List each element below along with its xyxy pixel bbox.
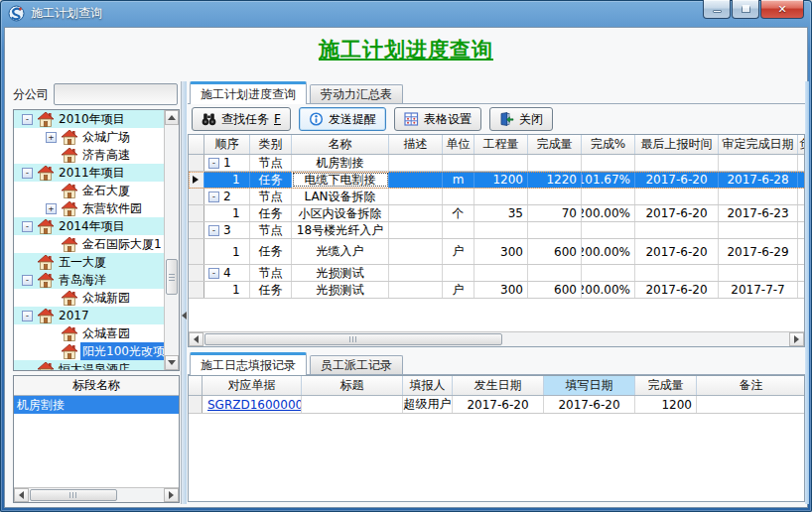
collapse-node-icon[interactable]: - (208, 158, 219, 169)
column-header[interactable]: 对应单据 (203, 376, 302, 395)
scroll-right-icon[interactable] (789, 332, 804, 346)
table-row[interactable]: 1任务光损测试户300600200.00%2017-6-202017-7-7 (189, 282, 804, 299)
tree-item[interactable]: 众城喜园 (14, 324, 164, 342)
tab-progress-query[interactable]: 施工计划进度查询 (190, 81, 307, 104)
column-header[interactable]: 标题 (302, 376, 403, 395)
scroll-left-icon[interactable] (189, 332, 203, 346)
tree-item[interactable]: +众城广场 (14, 128, 164, 146)
cell-name: 18号楼光纤入户 (292, 222, 389, 238)
scrollbar-thumb[interactable] (166, 259, 178, 295)
scrollbar-thumb[interactable] (30, 489, 117, 501)
row-selector[interactable] (189, 189, 204, 204)
collapse-node-icon[interactable]: - (208, 268, 219, 279)
column-header[interactable]: 单位 (443, 135, 474, 154)
column-header[interactable]: 完成% (582, 135, 635, 154)
row-selector[interactable] (189, 172, 204, 188)
collapse-node-icon[interactable]: - (22, 114, 33, 125)
scroll-left-icon[interactable] (14, 488, 29, 502)
collapse-splitter-icon[interactable] (178, 312, 187, 320)
row-selector[interactable] (189, 239, 204, 264)
tree-item[interactable]: -2014年项目 (14, 217, 164, 235)
expand-node-icon[interactable]: + (46, 132, 57, 143)
table-row[interactable]: -4节点光损测试 (189, 265, 804, 282)
column-header[interactable]: 最后上报时间 (635, 135, 719, 154)
collapse-node-icon[interactable]: - (208, 192, 219, 202)
tree-item[interactable]: 济青高速 (14, 146, 164, 164)
table-row[interactable]: SGRZD160000003超级用户2017-6-202017-6-201200 (189, 396, 804, 414)
collapse-node-icon[interactable]: - (22, 221, 33, 232)
column-header[interactable]: 顺序 (204, 135, 250, 154)
cell-last_report (635, 222, 719, 238)
row-selector[interactable] (189, 205, 204, 221)
titlebar[interactable]: 施工计划查询 ✕ (0, 0, 812, 27)
column-header[interactable]: 备注 (697, 376, 805, 395)
section-item[interactable]: 机房割接 (14, 396, 179, 414)
tree-item[interactable]: -2017 (14, 307, 164, 324)
cell-resp (798, 205, 804, 221)
column-header[interactable]: 类别 (250, 135, 292, 154)
tree-item[interactable]: -2010年项目 (14, 110, 164, 128)
tree-item[interactable]: 五一大厦 (14, 253, 164, 271)
close-panel-button[interactable]: 关闭 (489, 107, 553, 131)
minimize-button[interactable] (703, 0, 731, 19)
expand-node-icon[interactable]: + (46, 203, 57, 214)
row-selector[interactable] (189, 396, 203, 413)
grid-scrollbar[interactable] (189, 331, 804, 346)
tree-item[interactable]: 恒大温泉酒店 (14, 360, 164, 370)
panel-splitter[interactable] (181, 81, 187, 504)
scroll-down-icon[interactable] (165, 355, 179, 370)
row-selector[interactable] (189, 155, 204, 171)
tab-construction-log[interactable]: 施工日志填报记录 (190, 352, 307, 375)
company-select[interactable] (54, 83, 178, 105)
cell-approved_date: 2017-6-23 (719, 205, 798, 221)
tab-staff-dispatch[interactable]: 员工派工记录 (310, 355, 403, 374)
find-task-button[interactable]: 查找任务F (192, 107, 291, 131)
section-scrollbar[interactable] (14, 487, 179, 502)
scroll-right-icon[interactable] (164, 488, 179, 502)
tree-item[interactable]: 金石国际大厦1 (14, 235, 164, 253)
send-reminder-button[interactable]: 发送提醒 (299, 107, 386, 131)
collapse-node-icon[interactable]: - (22, 311, 33, 321)
tree-item-label: 2014年项目 (57, 217, 164, 235)
document-link[interactable]: SGRZD160000003 (207, 398, 302, 412)
close-button[interactable]: ✕ (760, 0, 804, 19)
tree-item[interactable]: -青岛海洋 (14, 271, 164, 289)
collapse-node-icon[interactable]: - (22, 275, 33, 286)
tree-item[interactable]: 金石大厦 (14, 182, 164, 199)
column-header[interactable]: 填报人 (403, 376, 453, 395)
table-row[interactable]: 1任务小区内设备拆除个3570200.00%2017-6-202017-6-23 (189, 205, 804, 222)
column-header[interactable]: 完成量 (528, 135, 582, 154)
cell-approved_date (719, 189, 798, 204)
tab-labor-summary[interactable]: 劳动力汇总表 (310, 84, 403, 103)
row-selector[interactable] (189, 282, 204, 298)
maximize-button[interactable] (732, 0, 759, 19)
scrollbar-thumb[interactable] (204, 333, 502, 345)
column-header[interactable]: 描述 (389, 135, 443, 154)
column-header[interactable]: 完成量 (635, 376, 697, 395)
tree-item[interactable]: 众城新园 (14, 289, 164, 307)
table-row[interactable]: 1任务电缆下电割接m12001220101.67%2017-6-202017-6… (189, 172, 804, 189)
scroll-up-icon[interactable] (165, 110, 179, 125)
column-header[interactable]: 名称 (292, 135, 389, 154)
table-row[interactable]: 1任务光缆入户户300600200.00%2017-6-202017-6-29 (189, 239, 804, 265)
cell-unit: 个 (443, 205, 474, 221)
column-header[interactable]: 工程量 (474, 135, 528, 154)
table-row[interactable]: -2节点LAN设备拆除 (189, 189, 804, 205)
column-header[interactable]: 审定完成日期 (719, 135, 798, 154)
row-selector[interactable] (189, 222, 204, 238)
collapse-node-icon[interactable]: - (22, 168, 33, 179)
table-row[interactable]: -3节点18号楼光纤入户 (189, 222, 804, 239)
column-header[interactable]: 发生日期 (453, 376, 544, 395)
table-settings-button[interactable]: 表格设置 (394, 107, 481, 131)
column-header[interactable]: 填写日期 (544, 376, 635, 395)
row-selector[interactable] (189, 265, 204, 281)
tree-scrollbar[interactable] (164, 110, 179, 370)
cell-approved_date (719, 265, 798, 281)
log-records-grid: 对应单据标题填报人发生日期填写日期完成量备注 SGRZD160000003超级用… (188, 375, 805, 502)
table-row[interactable]: -1节点机房割接 (189, 155, 804, 172)
tree-item[interactable]: +东营软件园 (14, 199, 164, 217)
column-header[interactable]: 负责人 (798, 135, 805, 154)
collapse-node-icon[interactable]: - (208, 225, 219, 236)
tree-item[interactable]: -2011年项目 (14, 164, 164, 182)
tree-item[interactable]: 阳光100光改项目 (14, 342, 164, 360)
